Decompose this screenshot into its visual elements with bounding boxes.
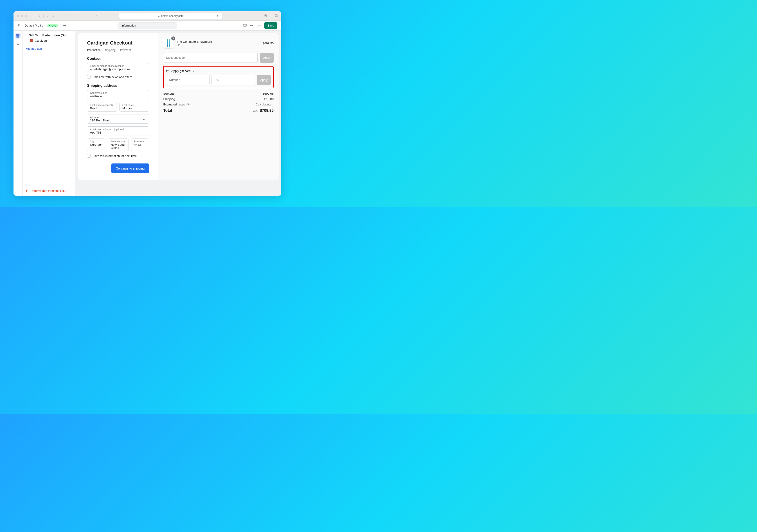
crumb-information[interactable]: Information (87, 48, 101, 52)
svg-rect-4 (275, 14, 277, 15)
cart-item: 1 The Complete Snowboard Ice $699.95 (163, 38, 274, 48)
svg-point-16 (143, 118, 145, 120)
address-field[interactable]: Address (87, 114, 149, 124)
product-thumbnail: 1 (163, 38, 174, 48)
search-icon[interactable] (143, 117, 146, 121)
crumb-payment: Payment (120, 48, 131, 52)
save-info-label: Save this information for next time (93, 154, 137, 157)
postcode-input[interactable] (134, 143, 146, 146)
gift-apply-button[interactable]: Apply (257, 75, 271, 85)
apartment-field[interactable]: Apartment, suite, etc. (optional) (87, 126, 149, 136)
new-tab-icon[interactable]: + (270, 14, 272, 18)
svg-rect-5 (277, 14, 278, 15)
zoom-dot[interactable] (25, 14, 27, 17)
svg-rect-7 (277, 15, 278, 17)
browser-chrome: ▾ ‹ › admin.shopify.com + (14, 11, 281, 21)
chevron-down-icon: ⌄ (144, 93, 146, 96)
device-preview-icon[interactable] (243, 24, 247, 27)
news-optin-label: Email me with news and offers (93, 75, 132, 79)
svg-rect-6 (275, 15, 277, 17)
discount-input[interactable] (163, 53, 257, 63)
chevron-down-icon[interactable]: ▾ (38, 15, 41, 17)
address-input[interactable] (90, 119, 146, 122)
lock-icon (158, 14, 160, 17)
window-controls[interactable] (17, 14, 27, 17)
chevron-down-icon[interactable]: ⌄ (193, 70, 195, 72)
app-topbar: Default Profile Live ••• Information Sav… (14, 21, 281, 31)
live-badge: Live (47, 24, 58, 27)
app-name: Cardigan (35, 39, 47, 42)
crumb-shipping: Shipping (105, 48, 116, 52)
editor-sidebar: ‹ Gift Card Redemption (Sum… Cardigan Ma… (22, 31, 76, 196)
more-menu-icon[interactable]: ••• (63, 24, 66, 27)
profile-name: Default Profile (25, 24, 43, 27)
back-icon[interactable]: ‹ (26, 33, 27, 37)
preview-canvas: Cardigan Checkout Information › Shipping… (76, 31, 281, 196)
help-icon[interactable]: ? (187, 103, 190, 106)
svg-rect-14 (16, 37, 19, 37)
order-summary: 1 The Complete Snowboard Ice $699.95 App… (158, 33, 279, 180)
rail-settings-icon[interactable] (15, 42, 21, 47)
first-name-field[interactable]: First name (optional) (87, 102, 117, 112)
tax-value: Calculating… (256, 103, 274, 106)
save-button[interactable]: Save (264, 22, 277, 29)
exit-editor-icon[interactable] (17, 24, 21, 27)
country-select[interactable]: Country/Region Australia ⌄ (87, 90, 149, 99)
minimize-dot[interactable] (21, 14, 23, 17)
step-selector[interactable]: Information (118, 22, 177, 29)
rail-sections-icon[interactable] (15, 33, 21, 39)
chevron-right-icon: › (117, 48, 118, 52)
continue-button[interactable]: Continue to shipping (111, 163, 149, 173)
undo-icon[interactable] (250, 24, 254, 27)
browser-window: ▾ ‹ › admin.shopify.com + (14, 11, 281, 196)
svg-rect-12 (16, 34, 19, 35)
refresh-icon[interactable] (217, 14, 220, 17)
redo-icon (257, 24, 260, 27)
state-select[interactable]: State/territory New South Wales ⌄ (108, 138, 129, 151)
tax-label: Estimated taxes ? (163, 103, 190, 106)
privacy-shield-icon[interactable] (94, 14, 97, 17)
chevron-down-icon: ⌄ (124, 143, 126, 146)
remove-app-button[interactable]: Remove app from checkout (22, 186, 75, 196)
shipping-heading: Shipping address (87, 84, 149, 88)
chevron-right-icon: › (103, 48, 103, 52)
city-input[interactable] (90, 143, 102, 146)
manage-app-link[interactable]: Manage app (22, 44, 75, 53)
editor-rail (14, 31, 22, 196)
gift-card-heading: Apply gift card (171, 69, 191, 72)
postcode-field[interactable]: Postcode (131, 138, 149, 151)
total-label: Total (163, 108, 172, 113)
section-title: Gift Card Redemption (Sum… (29, 34, 72, 37)
city-field[interactable]: City (87, 138, 105, 151)
svg-rect-9 (243, 24, 246, 26)
svg-rect-13 (16, 36, 19, 36)
news-optin-checkbox[interactable] (87, 75, 91, 79)
last-name-input[interactable] (122, 106, 146, 110)
quantity-badge: 1 (171, 37, 175, 41)
discount-apply-button[interactable]: Apply (260, 53, 274, 63)
email-field[interactable]: Email or mobile phone number (87, 63, 149, 72)
sidebar-toggle-icon[interactable] (32, 14, 35, 17)
product-name: The Complete Snowboard (177, 40, 260, 43)
apartment-input[interactable] (90, 131, 146, 134)
email-input[interactable] (90, 67, 146, 71)
share-icon[interactable] (264, 14, 267, 18)
last-name-field[interactable]: Last name (119, 102, 149, 112)
nav-back-icon[interactable]: ‹ (46, 14, 49, 18)
gift-pin-input[interactable] (212, 75, 255, 85)
nav-forward-icon[interactable]: › (52, 14, 55, 18)
url-text: admin.shopify.com (161, 14, 183, 17)
checkout-frame: Cardigan Checkout Information › Shipping… (78, 33, 279, 180)
line-price: $699.95 (263, 42, 274, 45)
first-name-input[interactable] (90, 106, 114, 110)
subtotal-label: Subtotal (163, 92, 174, 95)
save-info-checkbox[interactable] (87, 154, 91, 157)
shipping-value: $10.00 (264, 98, 274, 101)
gift-card-block: Apply gift card ⌄ Apply (163, 66, 274, 88)
gift-number-input[interactable] (166, 75, 210, 85)
svg-point-15 (18, 43, 19, 44)
contact-heading: Contact (87, 57, 149, 61)
close-dot[interactable] (17, 14, 19, 17)
address-bar[interactable]: admin.shopify.com (119, 13, 222, 19)
tab-grid-icon[interactable] (275, 14, 278, 18)
